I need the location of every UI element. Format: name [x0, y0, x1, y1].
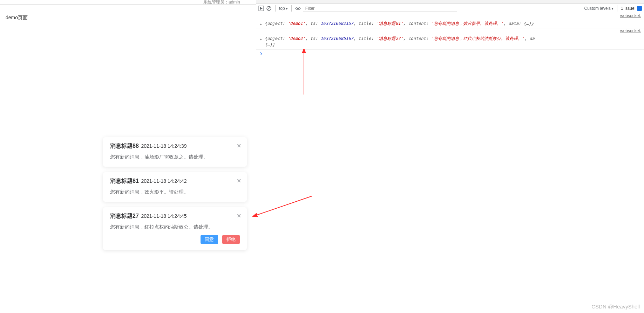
expand-triangle-icon[interactable]: ▸ [260, 36, 262, 42]
svg-marker-1 [260, 7, 263, 10]
eye-icon[interactable] [295, 6, 301, 11]
notification-content: 您有新的消息，效火影平。请处理。 [110, 188, 240, 196]
chevron-down-icon: ▾ [286, 6, 288, 11]
watermark: CSDN @HeavyShell [591, 304, 640, 309]
notification-actions: 同意 拒绝 [110, 235, 240, 244]
issues-indicator[interactable]: 1 Issue: [621, 6, 642, 11]
console-log-row[interactable]: ▸ {object: 'demo1', ts: 1637216682157, t… [256, 19, 644, 28]
console-log-row[interactable]: ▸ {object: 'demo2', ts: 1637216685167, t… [256, 34, 644, 50]
agree-button[interactable]: 同意 [201, 235, 218, 244]
notification-card: ✕ 消息标题88 2021-11-18 14:24:39 您有新的消息，油场影厂… [103, 137, 247, 167]
levels-selector[interactable]: Custom levels ▾ [584, 6, 614, 11]
console-toolbar: top ▾ Custom levels ▾ 1 Issue: [256, 4, 644, 13]
page-title: demo页面 [6, 15, 28, 21]
issue-icon [637, 6, 642, 11]
notification-title: 消息标题88 [110, 143, 139, 149]
close-icon[interactable]: ✕ [237, 143, 241, 149]
notification-card: ✕ 消息标题27 2021-11-18 14:24:45 您有新的消息，红拉点权… [103, 207, 247, 250]
svg-line-3 [267, 7, 270, 10]
top-divider [0, 4, 256, 5]
notification-timestamp: 2021-11-18 14:24:42 [141, 178, 187, 184]
expand-triangle-icon[interactable]: ▸ [260, 21, 262, 27]
close-icon[interactable]: ✕ [237, 213, 241, 219]
notification-timestamp: 2021-11-18 14:24:45 [141, 213, 187, 219]
devtools-panel: top ▾ Custom levels ▾ 1 Issue: websocket… [256, 0, 644, 313]
console-body: websocket. ▸ {object: 'demo1', ts: 16372… [256, 13, 644, 57]
notification-timestamp: 2021-11-18 14:24:39 [141, 143, 187, 149]
notification-content: 您有新的消息，油场影厂需收意之。请处理。 [110, 153, 240, 161]
devtools-tabs-cut [256, 0, 644, 4]
notification-stack: ✕ 消息标题88 2021-11-18 14:24:39 您有新的消息，油场影厂… [103, 137, 247, 256]
close-icon[interactable]: ✕ [237, 178, 241, 184]
clear-icon[interactable] [266, 6, 272, 11]
play-icon[interactable] [258, 6, 264, 11]
chevron-down-icon: ▾ [611, 6, 614, 11]
refuse-button[interactable]: 拒绝 [222, 235, 240, 244]
filter-input[interactable] [303, 5, 457, 12]
notification-card: ✕ 消息标题81 2021-11-18 14:24:42 您有新的消息，效火影平… [103, 172, 247, 202]
notification-title: 消息标题27 [110, 213, 139, 219]
console-prompt[interactable]: ❯ [256, 50, 644, 57]
source-link[interactable]: websocket. [620, 28, 641, 33]
notification-title: 消息标题81 [110, 178, 139, 184]
notification-content: 您有新的消息，红拉点权约油斯效公。请处理。 [110, 223, 240, 231]
source-link[interactable]: websocket. [620, 13, 641, 18]
context-selector[interactable]: top ▾ [279, 6, 288, 11]
svg-point-4 [297, 8, 299, 9]
